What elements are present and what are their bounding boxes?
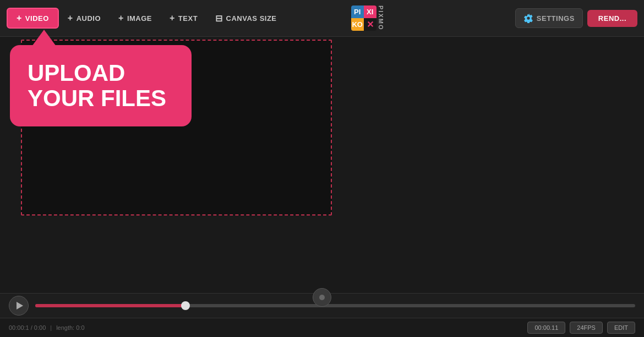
current-time: 00:00:1 / 0:00 bbox=[9, 324, 46, 331]
main-area: UPLOAD YOUR FILES bbox=[0, 37, 644, 293]
upload-line1: UPLOAD bbox=[28, 60, 174, 86]
render-label: REND... bbox=[598, 14, 626, 23]
plus-icon-image: + bbox=[118, 13, 124, 23]
play-icon bbox=[17, 302, 23, 310]
upload-text: UPLOAD YOUR FILES bbox=[28, 60, 174, 111]
bottom-bar: 00:00:1 / 0:00 | length: 0:0 00:00.11 24… bbox=[0, 318, 644, 337]
progress-bar[interactable] bbox=[35, 304, 635, 307]
gear-icon bbox=[523, 13, 533, 23]
bottom-time-info: 00:00:1 / 0:00 | length: 0:0 bbox=[9, 324, 85, 331]
settings-button[interactable]: SETTINGS bbox=[515, 8, 583, 28]
logo-box: PI XI KO ✕ bbox=[351, 5, 376, 31]
upload-callout[interactable]: UPLOAD YOUR FILES bbox=[10, 45, 192, 126]
toolbar-right: SETTINGS REND... bbox=[515, 8, 637, 28]
logo-text: PIXMO bbox=[378, 5, 384, 30]
fps-label: 24FPS bbox=[577, 324, 596, 331]
logo-cell-ko: KO bbox=[351, 18, 364, 31]
canvas-size-label: CANVAS SIZE bbox=[226, 14, 277, 23]
canvas-icon: ⊟ bbox=[215, 13, 223, 24]
image-button[interactable]: + IMAGE bbox=[110, 9, 161, 27]
text-label: TEXT bbox=[178, 14, 198, 23]
logo-cell-xi: XI bbox=[364, 5, 376, 18]
edit-button[interactable]: EDIT bbox=[607, 322, 635, 334]
duration-label: 00:00.11 bbox=[534, 324, 558, 331]
upload-bubble[interactable]: UPLOAD YOUR FILES bbox=[10, 45, 192, 126]
logo: PI XI KO ✕ PIXMO bbox=[351, 5, 384, 31]
separator: | bbox=[50, 324, 52, 331]
scroll-handle-indicator bbox=[319, 295, 325, 300]
canvas-size-button[interactable]: ⊟ CANVAS SIZE bbox=[206, 9, 285, 28]
video-button[interactable]: + VIDEO bbox=[7, 8, 59, 29]
settings-label: SETTINGS bbox=[537, 14, 575, 23]
video-label: VIDEO bbox=[25, 14, 49, 23]
audio-label: AUDIO bbox=[77, 14, 101, 23]
progress-fill bbox=[35, 304, 185, 307]
logo-cell-pi: PI bbox=[351, 5, 364, 18]
bottom-controls: 00:00.11 24FPS EDIT bbox=[527, 322, 635, 334]
play-button[interactable] bbox=[9, 296, 29, 316]
audio-button[interactable]: + AUDIO bbox=[59, 9, 110, 27]
plus-icon: + bbox=[17, 13, 22, 23]
progress-thumb[interactable] bbox=[181, 301, 190, 310]
duration-button[interactable]: 00:00.11 bbox=[527, 322, 565, 334]
logo-cell-x: ✕ bbox=[364, 18, 376, 31]
image-label: IMAGE bbox=[127, 14, 152, 23]
fps-button[interactable]: 24FPS bbox=[570, 322, 603, 334]
text-button[interactable]: + TEXT bbox=[161, 9, 206, 27]
length-info: length: 0:0 bbox=[56, 324, 84, 331]
render-button[interactable]: REND... bbox=[587, 10, 637, 27]
upload-line2: YOUR FILES bbox=[28, 86, 174, 111]
plus-icon-text: + bbox=[170, 13, 175, 23]
scroll-handle[interactable] bbox=[313, 288, 331, 307]
toolbar: + VIDEO + AUDIO + IMAGE + TEXT ⊟ CANVAS … bbox=[0, 0, 644, 37]
edit-label: EDIT bbox=[614, 324, 628, 331]
plus-icon-audio: + bbox=[68, 13, 73, 23]
